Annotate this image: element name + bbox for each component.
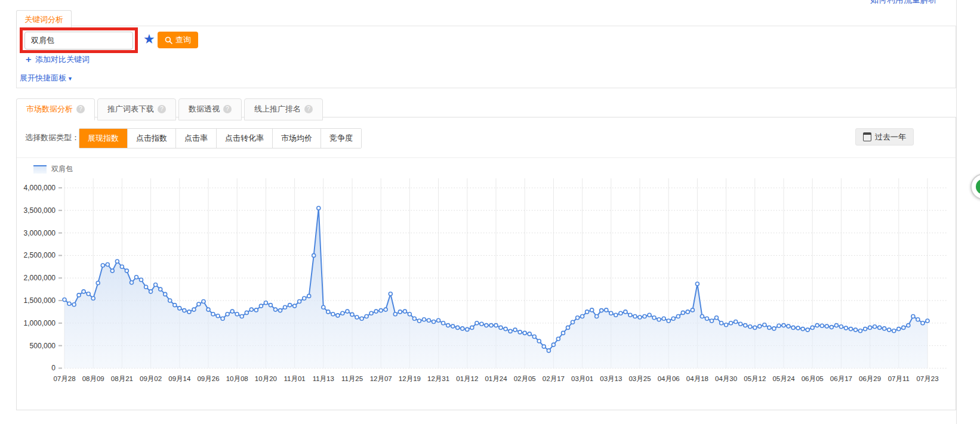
data-point-marker[interactable] [322, 305, 325, 309]
data-point-marker[interactable] [864, 327, 867, 331]
data-point-marker[interactable] [336, 314, 340, 317]
tab-promo-wordlist-download[interactable]: 推广词表下载? [97, 98, 176, 120]
data-point-marker[interactable] [609, 311, 613, 315]
favorite-star-icon[interactable]: ★ [143, 31, 155, 48]
data-point-marker[interactable] [456, 326, 460, 329]
data-point-marker[interactable] [796, 326, 800, 330]
data-point-marker[interactable] [576, 316, 580, 320]
data-point-marker[interactable] [619, 311, 622, 315]
data-point-marker[interactable] [695, 282, 699, 286]
data-point-marker[interactable] [638, 315, 642, 319]
data-point-marker[interactable] [542, 345, 546, 348]
data-point-marker[interactable] [480, 322, 483, 326]
data-point-marker[interactable] [312, 253, 316, 257]
data-point-marker[interactable] [432, 320, 436, 324]
data-point-marker[interactable] [830, 326, 833, 329]
data-point-marker[interactable] [120, 265, 124, 268]
help-icon[interactable]: ? [304, 105, 313, 113]
data-point-marker[interactable] [705, 317, 709, 320]
data-point-marker[interactable] [135, 276, 138, 279]
data-point-marker[interactable] [710, 319, 714, 323]
query-button[interactable]: 查询 [158, 32, 198, 48]
data-point-marker[interactable] [226, 312, 229, 316]
data-point-marker[interactable] [307, 294, 311, 298]
data-point-marker[interactable] [791, 326, 795, 329]
tab-data-pivot[interactable]: 数据透视? [178, 98, 242, 120]
data-point-marker[interactable] [887, 328, 891, 332]
data-point-marker[interactable] [379, 309, 383, 312]
data-point-marker[interactable] [537, 339, 541, 343]
data-point-marker[interactable] [662, 317, 665, 320]
data-point-marker[interactable] [249, 308, 253, 311]
data-point-marker[interactable] [551, 343, 555, 346]
data-point-marker[interactable] [144, 285, 148, 289]
data-point-marker[interactable] [787, 324, 790, 328]
data-point-marker[interactable] [211, 312, 215, 316]
data-point-marker[interactable] [110, 269, 114, 273]
data-point-marker[interactable] [369, 311, 373, 315]
data-point-marker[interactable] [532, 335, 536, 339]
trend-chart[interactable]: 4,000,0003,500,0003,000,0002,500,0002,00… [18, 172, 955, 408]
data-point-marker[interactable] [585, 310, 589, 314]
data-point-marker[interactable] [125, 269, 128, 273]
data-point-marker[interactable] [393, 312, 397, 316]
floating-assistant-widget[interactable] [970, 174, 980, 200]
data-point-marker[interactable] [729, 321, 733, 325]
data-point-marker[interactable] [489, 324, 493, 327]
data-point-marker[interactable] [264, 301, 267, 305]
data-point-marker[interactable] [374, 310, 378, 313]
data-type-click-rate[interactable]: 点击率 [175, 129, 216, 148]
data-point-marker[interactable] [389, 292, 392, 296]
data-point-marker[interactable] [777, 324, 781, 327]
data-point-marker[interactable] [768, 326, 771, 329]
data-point-marker[interactable] [562, 331, 565, 335]
data-point-marker[interactable] [744, 324, 747, 327]
data-point-marker[interactable] [149, 290, 153, 293]
data-type-impression-index[interactable]: 展现指数 [79, 129, 127, 148]
data-point-marker[interactable] [442, 321, 445, 325]
data-point-marker[interactable] [916, 318, 920, 321]
data-point-marker[interactable] [91, 296, 95, 300]
data-point-marker[interactable] [240, 315, 244, 318]
data-type-click-index[interactable]: 点击指数 [127, 129, 175, 148]
data-point-marker[interactable] [509, 329, 512, 333]
data-point-marker[interactable] [437, 318, 440, 322]
data-point-marker[interactable] [96, 281, 100, 285]
data-point-marker[interactable] [571, 320, 575, 324]
data-point-marker[interactable] [427, 318, 431, 322]
data-point-marker[interactable] [605, 308, 608, 312]
data-point-marker[interactable] [326, 310, 330, 314]
data-point-marker[interactable] [528, 332, 531, 336]
data-point-marker[interactable] [331, 312, 335, 316]
data-point-marker[interactable] [921, 321, 924, 325]
data-point-marker[interactable] [844, 326, 848, 330]
data-point-marker[interactable] [748, 325, 752, 329]
data-point-marker[interactable] [269, 304, 272, 307]
data-point-marker[interactable] [676, 315, 680, 318]
data-point-marker[interactable] [581, 315, 584, 318]
data-point-marker[interactable] [355, 315, 359, 319]
data-point-marker[interactable] [187, 310, 191, 314]
keyword-input[interactable] [24, 32, 133, 49]
data-point-marker[interactable] [446, 324, 450, 327]
data-point-marker[interactable] [763, 323, 766, 327]
data-point-marker[interactable] [140, 278, 143, 281]
data-point-marker[interactable] [556, 337, 560, 341]
data-point-marker[interactable] [849, 327, 853, 331]
data-point-marker[interactable] [159, 287, 162, 291]
data-point-marker[interactable] [892, 329, 896, 333]
data-point-marker[interactable] [87, 292, 90, 296]
data-point-marker[interactable] [657, 318, 661, 321]
date-range-button[interactable]: 过去一年 [855, 128, 914, 146]
data-point-marker[interactable] [365, 315, 368, 318]
data-point-marker[interactable] [485, 324, 488, 327]
data-point-marker[interactable] [412, 317, 416, 320]
data-point-marker[interactable] [878, 326, 882, 329]
data-point-marker[interactable] [686, 310, 689, 314]
data-point-marker[interactable] [197, 302, 201, 306]
data-point-marker[interactable] [734, 320, 738, 324]
data-point-marker[interactable] [154, 283, 158, 287]
data-point-marker[interactable] [628, 313, 632, 317]
data-point-marker[interactable] [317, 206, 320, 210]
data-point-marker[interactable] [341, 311, 344, 315]
